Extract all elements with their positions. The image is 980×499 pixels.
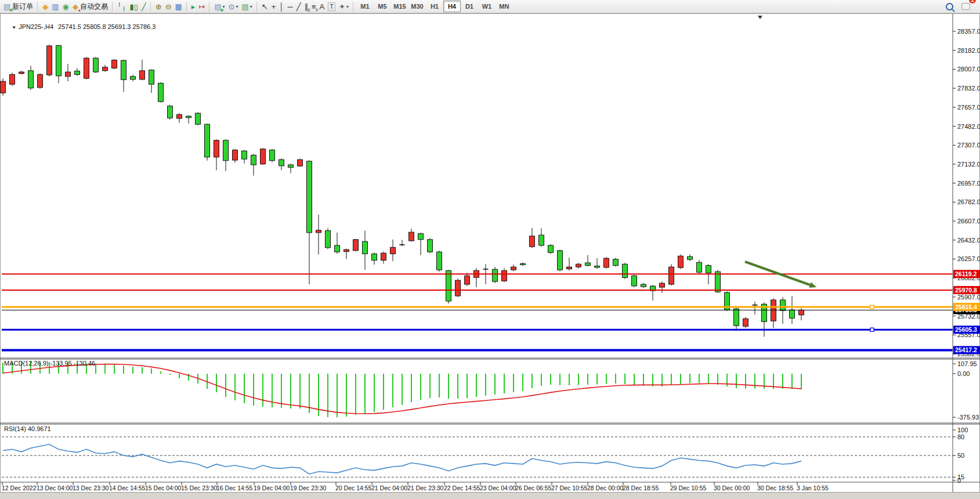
doc-plus-icon: ▤✚ [3,3,10,10]
chat-icon [961,3,970,10]
macd-tick: 107.95 [957,360,977,367]
zoom-out-icon: ⊖ [165,3,172,10]
chevron-down-icon[interactable]: ▾ [236,4,238,9]
time-tick: 15 Dec 23:30 [181,484,218,491]
price-tick: 26607.0 [957,218,980,225]
search-button[interactable] [944,1,955,12]
hline-button[interactable]: ─ [285,1,294,12]
autotrading-button[interactable]: ◆●自动交易 [71,1,110,12]
cursor-button[interactable]: ↖ [260,1,270,12]
signals-button[interactable]: ◉ [61,1,71,12]
template-icon: ▤ [242,3,249,10]
timeframe-mn-button[interactable]: MN [496,1,513,12]
time-tick: 21 Dec 23:30 [407,484,444,491]
mt4-window: { "toolbar": { "new_order_label": "新订单",… [0,0,980,499]
bars-chart-icon: ╵╷ [117,3,126,10]
price-tick: 25907.0 [957,294,980,301]
time-tick: 26 Dec 06:55 [515,484,552,491]
arrows-button[interactable]: ✦▾ [337,1,350,12]
vline-button[interactable]: │ [277,1,285,12]
line-handle[interactable] [870,328,874,331]
periods-button[interactable]: ⊙▾ [227,1,240,12]
autotrade-icon: ◆● [73,3,78,10]
horizontal-line-icon: ─ [287,3,292,10]
toolbar-separator [353,2,354,12]
rsi-tick: 100 [957,426,968,433]
time-tick: 27 Dec 10:55 [551,484,588,491]
zoom-in-icon: ⊕ [156,3,162,10]
time-tick: 12 Dec 2022 [2,484,37,491]
blue-monitor-icon: ▥ [52,3,59,10]
textlabel-button[interactable]: T [326,1,337,12]
bars-type-button[interactable]: ╵╷ [115,1,128,12]
symbol-name: JPN225-,H4 [19,23,53,30]
rsi-indicator-label: RSI(14) 40.9671 [4,425,51,432]
timeframe-d1-button[interactable]: D1 [461,1,478,12]
time-tick: 3 Jan 10:55 [797,484,829,491]
doc-plus-icon-mini: ✚ [220,8,224,12]
price-tick: 28357.0 [957,28,980,35]
symbol-title[interactable]: ▼JPN225-,H425741.5 25805.8 25691.3 25786… [5,16,156,37]
time-tick: 22 Dec 14:55 [444,484,480,491]
templates-button[interactable]: ▤▾ [240,1,254,12]
price-tick: 26782.0 [957,198,980,205]
timeframe-m30-button[interactable]: M30 [408,1,426,12]
autoscroll-button[interactable]: ▸ [190,1,197,12]
timeframe-m1-button[interactable]: M1 [356,1,374,12]
price-level-tag: 25815.4 [955,303,977,310]
price-level-tag: 25605.3 [955,326,977,333]
price-tick: 28007.0 [957,66,980,73]
crosshair-icon: + [272,3,276,10]
text-button[interactable]: A [318,1,327,12]
time-tick: 29 Dec 10:55 [670,484,707,491]
tile-windows-icon: ▦ [175,3,182,10]
zoom-out-button[interactable]: ⊖ [164,1,173,12]
timeframe-h4-button[interactable]: H4 [443,1,461,12]
toolbar-separator [150,2,151,12]
zoom-in-button[interactable]: ⊕ [154,1,164,12]
time-tick: 13 Dec 23:30 [73,484,109,491]
price-level-tag: 25417.2 [955,346,977,353]
time-tick: 20 Dec 14:55 [335,484,372,491]
price-tick: 27132.0 [957,161,980,168]
timeframe-h1-button[interactable]: H1 [426,1,443,12]
chart-window-frame [1,14,980,493]
new-chart-button[interactable]: ▤✚▾ [212,1,226,12]
chat-button[interactable]: 1 [960,1,972,12]
time-tick: 13 Dec 04:00 [37,484,73,491]
line-type-button[interactable]: ╱ [140,1,148,12]
chevron-down-icon[interactable]: ▾ [346,4,349,9]
chevron-down-icon[interactable]: ▾ [250,4,252,9]
fibonacci-button[interactable]: ≡F [310,1,318,12]
candles-type-button[interactable]: ▮▯ [128,1,140,12]
chart-shift-button[interactable]: ↦ [197,1,207,12]
channel-button[interactable]: ∥E [303,1,310,12]
clock-icon: ⊙ [229,3,235,10]
green-signal-icon: ◉ [63,3,69,10]
text-icon: A [320,3,325,10]
price-tick: 27657.0 [957,104,980,111]
time-tick: 21 Dec 04:00 [371,484,408,491]
cursor-icon: ↖ [262,3,268,10]
rsi-tick: 50 [957,452,964,459]
window-bottom-strip [0,493,980,499]
price-tick: 27832.0 [957,85,980,92]
data-window-button[interactable]: ▥ [50,1,60,12]
time-tick: 16 Dec 14:55 [216,484,253,491]
tile-windows-button[interactable]: ▦ [173,1,184,12]
timeframe-m5-button[interactable]: M5 [374,1,391,12]
price-level-tag: 26119.2 [955,270,977,277]
trendline-button[interactable]: ╱ [295,1,303,12]
time-tick: 28 Dec 00:00 [587,484,624,491]
line-handle[interactable] [870,305,874,309]
new-order-button[interactable]: ▤✚新订单 [2,1,35,12]
crosshair-button[interactable]: + [270,1,278,12]
chart-expander-icon[interactable]: ▼ [12,25,16,30]
timeframe-w1-button[interactable]: W1 [478,1,496,12]
timeframe-m15-button[interactable]: M15 [391,1,408,12]
toolbar-separator [37,2,38,12]
price-tick: 27307.0 [957,142,980,149]
toolbar-separator [186,2,187,12]
market-watch-button[interactable]: ◆ [41,1,50,12]
notification-badge: 1 [969,0,976,3]
